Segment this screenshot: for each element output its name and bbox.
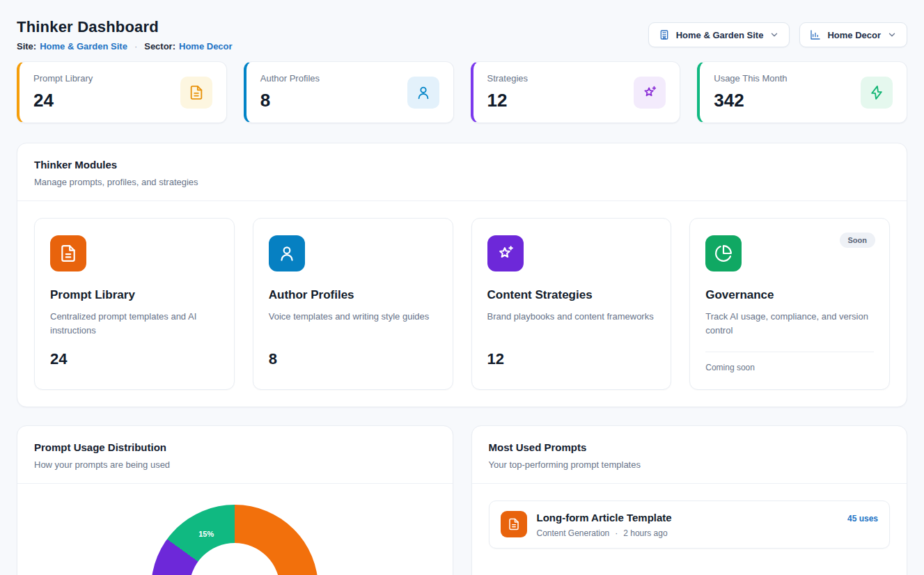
module-count: 8: [269, 350, 437, 368]
top-bar-actions: Home & Garden Site Home Decor: [648, 22, 907, 47]
stat-value: 12: [487, 90, 528, 111]
chevron-down-icon: [769, 30, 779, 40]
site-link[interactable]: Home & Garden Site: [40, 41, 127, 52]
stat-value: 8: [260, 90, 320, 111]
page-title: Thinker Dashboard: [17, 18, 233, 36]
stat-value: 24: [33, 90, 93, 111]
stat-label: Author Profiles: [260, 73, 320, 84]
module-description: Centralized prompt templates and AI inst…: [50, 310, 219, 339]
top-bar: Thinker Dashboard Site: Home & Garden Si…: [17, 13, 907, 52]
stats-row: Prompt Library 24 Author Profiles 8 Stra…: [17, 61, 907, 123]
module-card-prompt-library[interactable]: Prompt Library Centralized prompt templa…: [34, 218, 235, 390]
module-count: 24: [50, 350, 219, 368]
sector-selector-label: Home Decor: [827, 30, 881, 40]
user-icon: [269, 235, 305, 271]
file-text-icon: [50, 235, 86, 271]
module-title: Author Profiles: [269, 288, 437, 302]
site-label: Site:: [17, 41, 36, 52]
module-description: Track AI usage, compliance, and version …: [705, 310, 874, 339]
meta-separator: ·: [134, 41, 137, 52]
prompt-uses-badge: 45 uses: [847, 514, 878, 523]
donut-segment-label: 15%: [198, 530, 214, 538]
site-selector-dropdown[interactable]: Home & Garden Site: [648, 22, 790, 47]
chart-area: 15%: [17, 484, 453, 575]
stat-label: Prompt Library: [33, 73, 93, 84]
prompt-title: Long-form Article Template: [537, 512, 838, 523]
module-card-author-profiles[interactable]: Author Profiles Voice templates and writ…: [253, 218, 453, 390]
pie-chart-icon: [705, 235, 742, 271]
coming-soon-label: Coming soon: [705, 352, 874, 372]
stat-value: 342: [714, 90, 787, 111]
stat-card-usage: Usage This Month 342: [697, 61, 907, 123]
user-icon: [407, 77, 439, 109]
most-used-prompts-panel: Most Used Prompts Your top-performing pr…: [471, 425, 908, 575]
prompt-list: Long-form Article Template Content Gener…: [472, 484, 907, 565]
stat-card-prompt-library: Prompt Library 24: [17, 61, 227, 123]
stat-card-strategies: Strategies 12: [471, 61, 681, 123]
file-text-icon: [180, 77, 212, 109]
building-icon: [659, 29, 670, 40]
module-title: Content Strategies: [487, 288, 656, 302]
file-text-icon: [501, 511, 527, 537]
prompts-panel-subtitle: Your top-performing prompt templates: [489, 459, 891, 470]
sector-label: Sector:: [144, 41, 175, 52]
prompt-list-item[interactable]: Long-form Article Template Content Gener…: [489, 501, 891, 549]
donut-chart: 15%: [151, 505, 318, 575]
module-title: Governance: [705, 288, 874, 302]
prompt-time: 2 hours ago: [623, 528, 667, 538]
module-description: Voice templates and writing style guides: [269, 310, 437, 339]
dashboard-page: Thinker Dashboard Site: Home & Garden Si…: [0, 0, 924, 575]
module-card-content-strategies[interactable]: Content Strategies Brand playbooks and c…: [471, 218, 672, 390]
usage-panel-subtitle: How your prompts are being used: [34, 459, 436, 470]
prompts-panel-title: Most Used Prompts: [489, 441, 891, 453]
module-card-governance[interactable]: Soon Governance Track AI usage, complian…: [689, 218, 890, 390]
bar-chart-icon: [810, 29, 821, 40]
stat-label: Usage This Month: [714, 73, 787, 84]
title-block: Thinker Dashboard Site: Home & Garden Si…: [17, 13, 233, 52]
prompt-category: Content Generation: [537, 528, 610, 538]
sparkle-star-icon: [634, 77, 666, 109]
sparkle-star-icon: [487, 235, 524, 271]
thinker-modules-panel: Thinker Modules Manage prompts, profiles…: [17, 143, 907, 407]
sector-selector-dropdown[interactable]: Home Decor: [799, 22, 907, 47]
modules-subtitle: Manage prompts, profiles, and strategies: [34, 177, 890, 187]
breadcrumb: Site: Home & Garden Site · Sector: Home …: [17, 41, 233, 52]
usage-panel-title: Prompt Usage Distribution: [34, 441, 436, 453]
sector-link[interactable]: Home Decor: [179, 41, 233, 52]
stat-card-author-profiles: Author Profiles 8: [244, 61, 454, 123]
modules-grid: Prompt Library Centralized prompt templa…: [17, 201, 907, 407]
module-description: Brand playbooks and content frameworks: [487, 310, 656, 339]
bottom-row: Prompt Usage Distribution How your promp…: [17, 425, 907, 575]
meta-separator: ·: [615, 528, 618, 538]
chevron-down-icon: [887, 30, 897, 40]
stat-label: Strategies: [487, 73, 528, 84]
module-title: Prompt Library: [50, 288, 219, 302]
usage-distribution-panel: Prompt Usage Distribution How your promp…: [17, 425, 453, 575]
soon-badge: Soon: [840, 233, 876, 248]
module-count: 12: [487, 350, 656, 368]
modules-title: Thinker Modules: [34, 159, 890, 171]
site-selector-label: Home & Garden Site: [676, 30, 764, 40]
bolt-icon: [861, 77, 893, 109]
